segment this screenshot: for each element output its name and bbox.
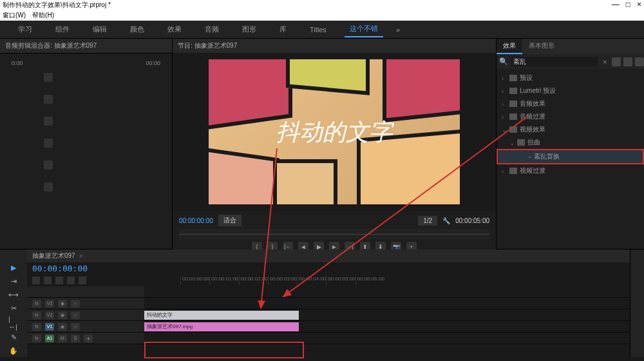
mixer-btn-3[interactable] [44, 117, 53, 126]
v3-label[interactable]: V3 [45, 300, 54, 307]
tree-presets[interactable]: ›预设 [497, 72, 644, 84]
tree-turbulent-displace[interactable]: ▫紊乱置换 [497, 149, 644, 164]
slip-tool[interactable]: |↔| [8, 318, 19, 328]
tl-opt-1[interactable] [32, 277, 40, 284]
menu-window[interactable]: 窗口(W) [3, 11, 26, 20]
selection-tool[interactable]: ▶ [8, 264, 19, 272]
tab-libraries[interactable]: 库 [274, 22, 292, 37]
v3-toggle[interactable]: fx [32, 300, 41, 307]
tab-effects-ws[interactable]: 效果 [162, 22, 187, 37]
title-bar: 制作抖动的文字效果\抖动文字.prproj * — □ × [0, 0, 644, 10]
audio-mixer-title: 音频剪辑混合器: 抽象派艺术097 [0, 39, 172, 54]
effects-panel: 效果 基本图形 🔍 × ›预设 ›Lumetri 预设 ›音频效果 ›音频过渡 … [496, 39, 644, 249]
video-preview: 抖动的文字 [209, 59, 460, 204]
minimize-button[interactable]: — [612, 0, 620, 9]
video-clip[interactable]: 抽象派艺术097.mpg [144, 322, 299, 331]
mixer-btn-6[interactable] [44, 182, 53, 191]
v3-lock[interactable]: ○ [71, 300, 80, 307]
window-controls: — □ × [612, 0, 641, 9]
effects-tree: ›预设 ›Lumetri 预设 ›音频效果 ›音频过渡 ⌄视频效果 ⌄扭曲 ▫紊… [497, 69, 644, 180]
v1-lock[interactable]: ○ [71, 323, 80, 331]
a1-mute[interactable]: M [58, 335, 67, 342]
v1-toggle[interactable]: fx [32, 323, 41, 331]
track-a1-header[interactable]: fx A1 M S ● [27, 333, 144, 344]
program-title: 节目: 抽象派艺术097 [173, 39, 496, 53]
pen-tool[interactable]: ✎ [8, 333, 19, 342]
v2-lock[interactable]: ○ [71, 311, 80, 319]
filter-icon-2[interactable] [623, 57, 632, 66]
resolution-dropdown[interactable]: 1/2 [418, 216, 437, 226]
mixer-btn-5[interactable] [44, 161, 53, 170]
tree-video-transitions[interactable]: ›视频过渡 [497, 164, 644, 177]
sequence-tab[interactable]: 抽象派艺术097 [32, 251, 75, 260]
v1-eye[interactable]: ◉ [58, 323, 67, 331]
program-time-ruler[interactable] [179, 229, 489, 239]
tl-opt-4[interactable] [67, 277, 75, 284]
tab-graphics[interactable]: 图形 [237, 22, 261, 37]
timeline-toolbar: ▶ ⇥ ⟷ ✂ |↔| ✎ ✋ T [0, 249, 27, 357]
video-overlay-text: 抖动的文字 [276, 116, 392, 148]
tree-distort[interactable]: ⌄扭曲 [497, 136, 644, 149]
tl-opt-3[interactable] [55, 277, 63, 284]
effects-search-input[interactable] [511, 57, 598, 66]
tree-video-effects[interactable]: ⌄视频效果 [497, 123, 644, 136]
v3-eye[interactable]: ◉ [58, 300, 67, 307]
a1-rec[interactable]: ● [84, 335, 93, 342]
tab-titles[interactable]: Titles [305, 23, 332, 36]
tl-opt-5[interactable] [79, 277, 86, 284]
tree-audio-effects[interactable]: ›音频效果 [497, 97, 644, 110]
track-select-tool[interactable]: ⇥ [8, 277, 19, 286]
timeline-ruler[interactable]: 00:00:00:00 00:00:01:00 00:00:02:00 00:0… [180, 276, 384, 285]
ripple-edit-tool[interactable]: ⟷ [8, 291, 19, 299]
v1-label[interactable]: V1 [45, 323, 54, 331]
timeline-panel: ▶ ⇥ ⟷ ✂ |↔| ✎ ✋ T 抽象派艺术097 × 00:00:00:00… [0, 249, 644, 357]
close-sequence-button[interactable]: × [79, 253, 83, 260]
timecode-in[interactable]: 00:00:00:00 [179, 217, 213, 224]
workspace-tabs: 学习 组件 编辑 颜色 效果 音频 图形 库 Titles 这个不错 » [0, 21, 644, 39]
track-v3-header[interactable]: fx V3 ◉ ○ [27, 298, 144, 309]
track-v2-header[interactable]: fx V2 ◉ ○ [27, 309, 144, 320]
filter-icon-1[interactable] [612, 57, 621, 66]
razor-tool[interactable]: ✂ [8, 304, 19, 313]
v2-label[interactable]: V2 [45, 311, 54, 319]
tl-opt-2[interactable] [44, 277, 52, 284]
tab-editing[interactable]: 编辑 [88, 22, 112, 37]
menu-help[interactable]: 帮助(H) [32, 11, 54, 20]
filter-icon-3[interactable] [635, 57, 644, 66]
maximize-button[interactable]: □ [626, 0, 630, 9]
v2-toggle[interactable]: fx [32, 311, 41, 319]
a1-solo[interactable]: S [71, 335, 80, 342]
clear-search-button[interactable]: × [600, 58, 609, 66]
tab-effects[interactable]: 效果 [497, 39, 522, 54]
ruler-end: 00:00 [146, 60, 160, 66]
tree-lumetri[interactable]: ›Lumetri 预设 [497, 84, 644, 97]
a1-label[interactable]: A1 [45, 335, 54, 342]
search-icon: 🔍 [499, 57, 508, 66]
mixer-btn-2[interactable] [44, 95, 53, 104]
project-title: 制作抖动的文字效果\抖动文字.prproj * [3, 1, 111, 10]
tab-custom[interactable]: 这个不错 [345, 21, 383, 37]
tab-audio[interactable]: 音频 [200, 22, 224, 37]
tab-learn[interactable]: 学习 [13, 22, 37, 37]
a1-toggle[interactable]: fx [32, 335, 41, 342]
tabs-overflow[interactable]: » [396, 26, 400, 34]
tab-assembly[interactable]: 组件 [50, 22, 75, 37]
program-monitor-panel: 节目: 抽象派艺术097 抖动的文字 00:00:00:00 适合 1/2 🔧 … [173, 39, 496, 249]
zoom-fit-dropdown[interactable]: 适合 [218, 215, 242, 226]
track-v1-header[interactable]: fx V1 ◉ ○ [27, 321, 144, 332]
tab-color[interactable]: 颜色 [125, 22, 149, 37]
timeline-tracks: fx V3 ◉ ○ fx V2 ◉ ○ 抖动的文字 [27, 286, 630, 357]
mixer-btn-4[interactable] [44, 139, 53, 148]
timecode-out[interactable]: 00:00:05:00 [455, 217, 489, 224]
tab-essential-graphics[interactable]: 基本图形 [522, 39, 561, 54]
audio-meters [630, 249, 644, 357]
playhead-timecode[interactable]: 00:00:00:00 [32, 264, 88, 273]
tree-audio-transitions[interactable]: ›音频过渡 [497, 110, 644, 123]
ruler-start: 0:00 [12, 60, 23, 66]
program-viewport[interactable]: 抖动的文字 [173, 53, 496, 211]
text-clip[interactable]: 抖动的文字 [144, 311, 299, 320]
hand-tool[interactable]: ✋ [8, 347, 19, 355]
close-button[interactable]: × [637, 0, 641, 9]
v2-eye[interactable]: ◉ [58, 311, 67, 319]
mixer-btn-1[interactable] [44, 73, 53, 82]
